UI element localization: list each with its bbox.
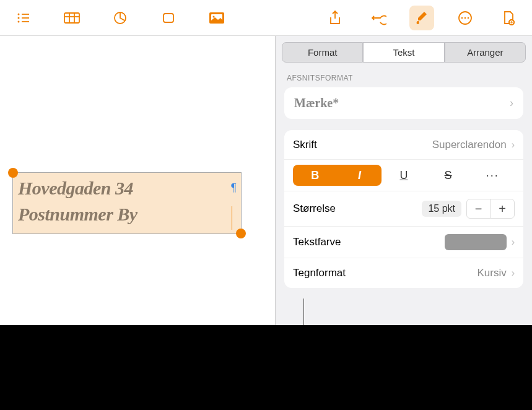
selected-textbox[interactable]: Hovedgaden 34¶ Postnummer By: [12, 172, 242, 234]
inspector-tabs: Format Tekst Arranger: [276, 36, 532, 69]
image-icon[interactable]: [204, 6, 229, 30]
paragraph-style-name: Mærke*: [294, 96, 339, 110]
chevron-right-icon: ›: [512, 237, 515, 248]
more-styles-button[interactable]: ···: [470, 165, 515, 186]
document-icon[interactable]: [496, 6, 521, 30]
brush-icon[interactable]: [409, 6, 434, 30]
svg-point-14: [213, 15, 215, 17]
selection-handle-bottom-right[interactable]: [236, 229, 246, 238]
caption-area: [0, 325, 532, 410]
table-icon[interactable]: [59, 6, 84, 30]
tab-arrange[interactable]: Arranger: [445, 42, 526, 63]
italic-button[interactable]: I: [338, 165, 382, 186]
paragraph-format-label: AFSNITSFORMAT: [276, 69, 532, 85]
more-icon[interactable]: [453, 6, 477, 30]
paragraph-mark: ¶: [231, 180, 236, 196]
shape-icon[interactable]: [156, 6, 181, 30]
svg-point-18: [468, 17, 469, 19]
size-decrease-button[interactable]: −: [467, 199, 491, 218]
text-color-row[interactable]: Tekstfarve ›: [284, 227, 523, 258]
style-buttons-row: B I U S ···: [284, 160, 523, 191]
size-row: Størrelse 15 pkt − +: [284, 191, 523, 227]
svg-point-16: [461, 17, 463, 19]
chevron-right-icon: ›: [510, 97, 513, 110]
text-line-2[interactable]: Postnummer By: [18, 201, 236, 227]
selection-handle-top-left[interactable]: [8, 168, 18, 178]
undo-icon[interactable]: [366, 6, 391, 30]
svg-point-4: [18, 20, 20, 22]
tab-format[interactable]: Format: [282, 42, 363, 63]
character-format-row[interactable]: Tegnformat Kursiv ›: [284, 258, 523, 288]
tab-text[interactable]: Tekst: [363, 42, 444, 63]
size-increase-button[interactable]: +: [491, 199, 514, 218]
svg-point-17: [464, 17, 466, 19]
document-canvas[interactable]: Hovedgaden 34¶ Postnummer By: [0, 36, 276, 325]
share-icon[interactable]: [323, 6, 347, 30]
text-cursor: [232, 206, 233, 230]
color-swatch: [445, 234, 507, 250]
font-row[interactable]: Skrift Superclarendon ›: [284, 130, 523, 160]
strikethrough-button[interactable]: S: [426, 165, 471, 186]
bold-button[interactable]: B: [293, 165, 338, 186]
chart-icon[interactable]: [108, 6, 133, 30]
chevron-right-icon: ›: [512, 139, 515, 150]
list-icon[interactable]: [11, 6, 36, 30]
top-toolbar: [0, 0, 532, 36]
text-format-list: Skrift Superclarendon › B I U S ··· Stør…: [284, 130, 523, 288]
size-value[interactable]: 15 pkt: [422, 201, 461, 217]
svg-point-0: [18, 13, 20, 15]
underline-button[interactable]: U: [382, 165, 426, 186]
paragraph-style-button[interactable]: Mærke* ›: [284, 87, 523, 119]
text-line-1[interactable]: Hovedgaden 34¶: [18, 175, 236, 201]
chevron-right-icon: ›: [512, 268, 515, 279]
size-stepper: − +: [466, 199, 515, 219]
svg-point-2: [18, 17, 20, 19]
svg-rect-11: [164, 14, 173, 22]
svg-rect-6: [64, 13, 79, 23]
inspector-panel: Format Tekst Arranger AFSNITSFORMAT Mærk…: [276, 36, 532, 325]
